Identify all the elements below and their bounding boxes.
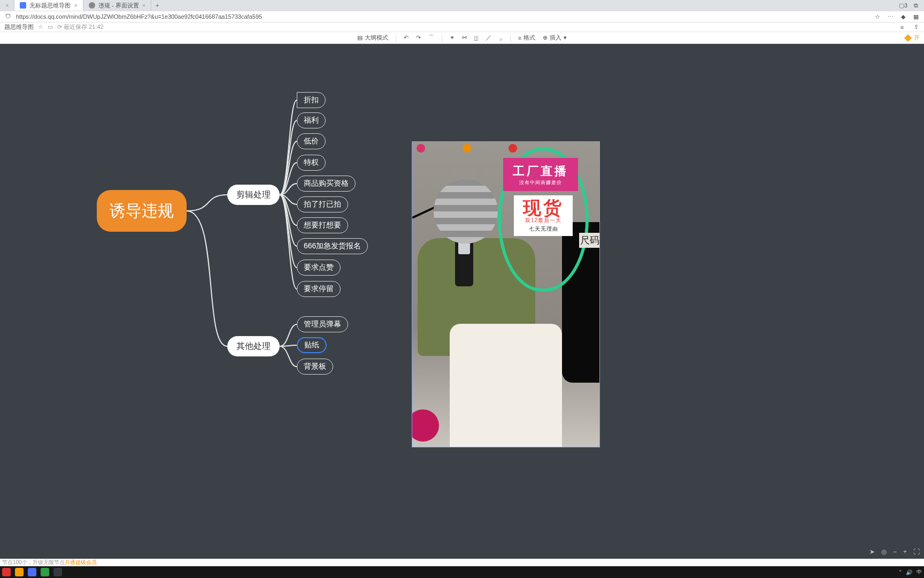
tab-title: 违规 - 界面设置 bbox=[98, 2, 139, 10]
tray-volume-icon[interactable]: 🔊 bbox=[906, 569, 912, 575]
tab-title: 无标题思维导图 bbox=[29, 2, 71, 10]
image-content: 工厂直播 没有中间商赚差价 现货 双12最后一天 七天无理由 尺码 bbox=[412, 142, 599, 447]
zoom-in-icon[interactable]: + bbox=[903, 548, 907, 556]
close-icon[interactable]: × bbox=[5, 2, 9, 9]
tab-count-icon[interactable]: ▢3 bbox=[899, 2, 907, 9]
url-text[interactable]: https://docs.qq.com/mind/DWUpJZWlObmZ6bH… bbox=[16, 13, 262, 20]
share-icon[interactable]: ⇪ bbox=[912, 24, 920, 31]
autosave-label: ⟳ 最近保存 21:42 bbox=[57, 23, 104, 31]
favicon-icon bbox=[20, 2, 26, 9]
mindmap-leaf-node[interactable]: 要求点赞 bbox=[297, 260, 341, 276]
side-label: 尺码 bbox=[579, 233, 600, 248]
mindmap-leaf-node[interactable]: 666加急发货报名 bbox=[297, 238, 368, 254]
editor-toolbar: ▤ 大纲模式 ↶ ↷ ⌒ ⚭ ⚯ ⍰ ／ ⟓ ≡ 格式 ⊕ 插入 ▾ 开 bbox=[0, 32, 924, 44]
mindmap-leaf-node[interactable]: 商品购买资格 bbox=[297, 176, 356, 192]
zoom-out-icon[interactable]: − bbox=[893, 548, 897, 556]
taskbar-app-icon[interactable] bbox=[53, 568, 62, 576]
sign-white: 现货 双12最后一天 七天无理由 bbox=[514, 195, 573, 236]
taskbar-app-icon[interactable] bbox=[15, 568, 24, 576]
mindmap-branch-node[interactable]: 剪辑处理 bbox=[227, 185, 280, 205]
mindmap-leaf-node[interactable]: 特权 bbox=[297, 155, 326, 171]
extension-icon[interactable]: ◆ bbox=[899, 13, 907, 20]
window-restore-icon[interactable]: ⧉ bbox=[912, 2, 920, 9]
ime-indicator[interactable]: 中 bbox=[917, 568, 922, 576]
browser-tab[interactable]: × bbox=[0, 0, 14, 11]
mindmap-root-node[interactable]: 诱导违规 bbox=[97, 190, 187, 232]
star-icon[interactable]: ☆ bbox=[874, 13, 881, 20]
more-icon[interactable]: ⋯ bbox=[887, 13, 894, 20]
mindmap-leaf-node[interactable]: 拍了打已拍 bbox=[297, 196, 348, 212]
mindmap-leaf-node[interactable]: 低价 bbox=[297, 133, 326, 149]
premium-label[interactable]: 开 bbox=[914, 34, 920, 42]
favorite-icon[interactable]: ☆ bbox=[38, 24, 43, 31]
mindmap-leaf-node[interactable]: 想要打想要 bbox=[297, 217, 348, 233]
format-painter-button[interactable]: ⌒ bbox=[428, 34, 434, 42]
sign-pink: 工厂直播 没有中间商赚差价 bbox=[503, 158, 578, 191]
browser-tabstrip: × 无标题思维导图 × 违规 - 界面设置 × + ▢3 ⧉ bbox=[0, 0, 924, 11]
menu-icon[interactable]: ≡ bbox=[898, 24, 906, 31]
footer-hint: 节点100个，升级无限节点开通超级会员 bbox=[0, 559, 924, 566]
browser-tab-active[interactable]: 无标题思维导图 × bbox=[14, 0, 83, 11]
outline-mode-button[interactable]: ▤ 大纲模式 bbox=[357, 34, 388, 42]
apps-icon[interactable]: ▦ bbox=[912, 13, 920, 20]
mindmap-leaf-node[interactable]: 要求停留 bbox=[297, 281, 341, 297]
folder-icon[interactable]: ▭ bbox=[48, 24, 53, 31]
line-icon[interactable]: ／ bbox=[486, 34, 491, 42]
undo-button[interactable]: ↶ bbox=[404, 34, 409, 41]
insert-button[interactable]: ⊕ 插入 ▾ bbox=[543, 34, 567, 42]
shield-icon[interactable]: ⛉ bbox=[4, 13, 12, 20]
fit-icon[interactable]: ◎ bbox=[881, 548, 887, 556]
doc-header: 题思维导图 ☆ ▭ ⟳ 最近保存 21:42 ≡ ⇪ bbox=[0, 22, 924, 32]
new-tab-button[interactable]: + bbox=[151, 2, 163, 9]
locate-icon[interactable]: ➤ bbox=[869, 548, 875, 556]
relation-icon[interactable]: ⚯ bbox=[462, 34, 467, 41]
mindmap-leaf-node-selected[interactable]: 贴纸 bbox=[297, 337, 327, 353]
fullscreen-icon[interactable]: ⛶ bbox=[913, 548, 920, 556]
link-icon[interactable]: ⚭ bbox=[450, 34, 455, 41]
boundary-icon[interactable]: ⟓ bbox=[499, 35, 503, 41]
taskbar-app-icon[interactable] bbox=[2, 568, 11, 576]
upgrade-link[interactable]: 开通超级会员 bbox=[65, 559, 97, 566]
mindmap-canvas[interactable]: 诱导违规 剪辑处理 其他处理 折扣 福利 低价 特权 商品购买资格 拍了打已拍 … bbox=[0, 44, 924, 559]
doc-title[interactable]: 题思维导图 bbox=[4, 23, 34, 31]
embedded-image[interactable]: 工厂直播 没有中间商赚差价 现货 双12最后一天 七天无理由 尺码 bbox=[412, 141, 600, 447]
summary-icon[interactable]: ⍰ bbox=[474, 35, 478, 41]
mosaic-face bbox=[434, 179, 498, 244]
os-taskbar: ˄ 🔊 中 bbox=[0, 566, 924, 578]
redo-button[interactable]: ↷ bbox=[416, 34, 421, 41]
close-icon[interactable]: × bbox=[142, 2, 145, 9]
close-icon[interactable]: × bbox=[74, 2, 77, 9]
mindmap-leaf-node[interactable]: 背景板 bbox=[297, 359, 333, 375]
premium-icon bbox=[904, 34, 912, 41]
address-bar: ⛉ https://docs.qq.com/mind/DWUpJZWlObmZ6… bbox=[0, 11, 924, 22]
tray-up-icon[interactable]: ˄ bbox=[899, 569, 902, 575]
gear-icon bbox=[89, 2, 95, 9]
mindmap-branch-node[interactable]: 其他处理 bbox=[227, 336, 280, 356]
taskbar-app-icon[interactable] bbox=[41, 568, 49, 576]
mindmap-leaf-node[interactable]: 折扣 bbox=[297, 92, 326, 108]
mindmap-leaf-node[interactable]: 管理员弹幕 bbox=[297, 316, 348, 332]
browser-tab[interactable]: 违规 - 界面设置 × bbox=[83, 0, 151, 11]
mindmap-leaf-node[interactable]: 福利 bbox=[297, 112, 326, 128]
taskbar-app-icon[interactable] bbox=[28, 568, 36, 576]
canvas-zoom-controls: ➤ ◎ − + ⛶ bbox=[869, 548, 920, 556]
format-button[interactable]: ≡ 格式 bbox=[518, 34, 535, 42]
